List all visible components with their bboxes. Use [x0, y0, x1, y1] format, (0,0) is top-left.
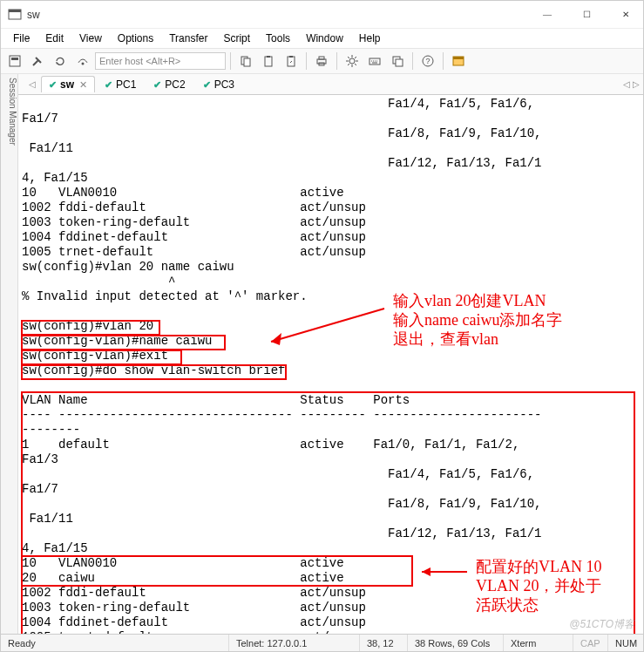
- svg-text:?: ?: [425, 57, 430, 65]
- toolbar: Enter host <Alt+R> ?: [1, 48, 643, 74]
- minimize-button[interactable]: —: [536, 6, 559, 23]
- status-size: 38 Rows, 69 Cols: [408, 635, 504, 651]
- menu-options[interactable]: Options: [111, 31, 160, 46]
- menu-tools[interactable]: Tools: [259, 31, 297, 46]
- terminal-output[interactable]: Fa1/4, Fa1/5, Fa1/6, Fa1/7 Fa1/8, Fa1/9,…: [18, 95, 643, 634]
- app-icon: [8, 8, 22, 22]
- settings-icon[interactable]: [342, 51, 363, 71]
- print-icon[interactable]: [311, 51, 332, 71]
- watermark: @51CTO博客: [569, 617, 634, 632]
- session-tabs: ◁ ✔ sw ✕ ✔ PC1 ✔ PC2 ✔ PC3 ◁ ▷: [18, 74, 643, 95]
- tab-label: PC1: [116, 78, 136, 91]
- maximize-button[interactable]: ☐: [576, 6, 598, 23]
- tab-pc1[interactable]: ✔ PC1: [97, 76, 144, 92]
- paste-icon[interactable]: [258, 51, 279, 71]
- keyboard-icon[interactable]: [364, 51, 385, 71]
- svg-rect-8: [267, 56, 270, 58]
- copy-icon[interactable]: [235, 51, 256, 71]
- tab-scroll-left[interactable]: ◁: [25, 79, 39, 89]
- tab-label: PC2: [165, 78, 185, 91]
- tab-pc3[interactable]: ✔ PC3: [195, 76, 242, 92]
- statusbar: Ready Telnet: 127.0.0.1 38, 12 38 Rows, …: [1, 634, 643, 651]
- status-cap: CAP: [573, 635, 608, 651]
- menu-window[interactable]: Window: [299, 31, 350, 46]
- status-num: NUM: [608, 635, 643, 651]
- check-icon: ✔: [203, 79, 211, 91]
- svg-rect-10: [289, 56, 293, 58]
- menu-transfer[interactable]: Transfer: [162, 31, 214, 46]
- menu-help[interactable]: Help: [352, 31, 388, 46]
- menubar: File Edit View Options Transfer Script T…: [1, 29, 643, 48]
- help-icon[interactable]: ?: [417, 51, 438, 71]
- profile-icon[interactable]: [4, 51, 25, 71]
- menu-script[interactable]: Script: [216, 31, 257, 46]
- disconnect-icon[interactable]: [72, 51, 93, 71]
- status-emulation: Xterm: [504, 635, 573, 651]
- status-telnet: Telnet: 127.0.0.1: [229, 635, 360, 651]
- svg-rect-6: [244, 58, 250, 66]
- tab-scroll-right[interactable]: ◁ ▷: [620, 79, 643, 89]
- tab-label: sw: [60, 78, 74, 91]
- svg-rect-21: [453, 57, 464, 59]
- window-title: sw: [27, 9, 536, 21]
- svg-point-4: [82, 63, 85, 65]
- check-icon: ✔: [49, 79, 57, 91]
- tab-pc2[interactable]: ✔ PC2: [146, 76, 193, 92]
- svg-rect-2: [10, 56, 20, 66]
- tab-sw[interactable]: ✔ sw ✕: [41, 76, 95, 92]
- tab-label: PC3: [214, 78, 234, 91]
- svg-point-14: [349, 58, 355, 64]
- overlap-icon[interactable]: [387, 51, 408, 71]
- menu-edit[interactable]: Edit: [38, 31, 71, 46]
- tab-close-icon[interactable]: ✕: [79, 79, 87, 91]
- find-icon[interactable]: [281, 51, 302, 71]
- check-icon: ✔: [153, 79, 161, 91]
- svg-rect-1: [9, 10, 21, 12]
- session-icon[interactable]: [448, 51, 469, 71]
- svg-rect-17: [396, 59, 403, 66]
- menu-view[interactable]: View: [72, 31, 109, 46]
- svg-rect-7: [265, 57, 272, 66]
- reconnect-icon[interactable]: [50, 51, 71, 71]
- connect-icon[interactable]: [27, 51, 48, 71]
- host-input[interactable]: Enter host <Alt+R>: [95, 52, 226, 70]
- session-manager-tab[interactable]: Session Manager: [1, 74, 18, 634]
- status-ready: Ready: [1, 635, 229, 651]
- window-titlebar: sw — ☐ ✕: [1, 1, 643, 29]
- close-button[interactable]: ✕: [615, 6, 636, 23]
- svg-rect-3: [11, 58, 18, 60]
- status-cursor: 38, 12: [360, 635, 408, 651]
- svg-rect-12: [319, 57, 324, 59]
- check-icon: ✔: [105, 79, 112, 91]
- menu-file[interactable]: File: [6, 31, 37, 46]
